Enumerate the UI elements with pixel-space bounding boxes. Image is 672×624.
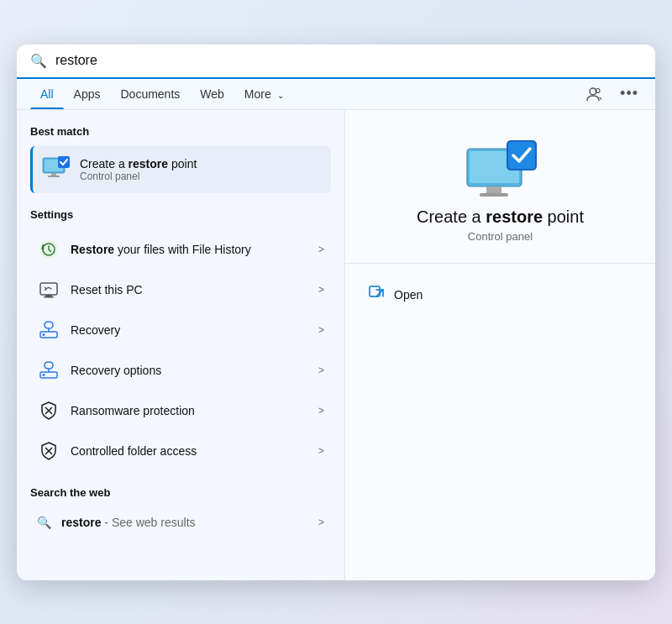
svg-point-18 xyxy=(43,374,45,376)
web-search-item[interactable]: 🔍 restore - See web results > xyxy=(30,507,331,537)
recovery-icon xyxy=(37,318,60,342)
more-options-button[interactable]: ••• xyxy=(617,81,642,106)
people-button[interactable] xyxy=(581,82,605,106)
nav-right-icons: ••• xyxy=(581,81,642,106)
best-match-section-title: Best match xyxy=(30,125,331,138)
tab-more[interactable]: More ⌄ xyxy=(234,79,294,109)
svg-rect-26 xyxy=(480,193,508,197)
recovery-options-label: Recovery options xyxy=(71,364,318,377)
left-panel: Best match Create xyxy=(17,110,344,580)
recovery-options-icon xyxy=(37,359,60,382)
svg-rect-4 xyxy=(51,173,56,176)
settings-item-folder-access[interactable]: Controlled folder access > xyxy=(30,431,331,471)
nav-tabs: All Apps Documents Web More ⌄ xyxy=(17,79,655,110)
result-large-icon xyxy=(463,140,538,207)
chevron-right-icon-3: > xyxy=(318,324,324,336)
svg-rect-14 xyxy=(44,296,54,298)
file-history-icon xyxy=(37,238,60,261)
best-match-icon xyxy=(41,155,71,185)
settings-item-recovery[interactable]: Recovery > xyxy=(30,310,331,350)
tab-all[interactable]: All xyxy=(30,79,64,109)
svg-point-16 xyxy=(43,333,45,336)
settings-section-title: Settings xyxy=(30,208,331,221)
tab-apps[interactable]: Apps xyxy=(64,79,111,109)
main-content: Best match Create xyxy=(17,110,655,580)
settings-item-file-history[interactable]: Restore your files with File History > xyxy=(30,229,331,270)
result-title: Create a restore point xyxy=(417,207,584,227)
tab-web[interactable]: Web xyxy=(190,79,234,109)
svg-rect-13 xyxy=(45,295,52,296)
right-panel: Create a restore point Control panel Ope… xyxy=(344,110,655,580)
recovery-label: Recovery xyxy=(71,323,318,337)
people-icon xyxy=(585,86,601,102)
chevron-right-icon-1: > xyxy=(318,244,324,255)
settings-item-reset-pc[interactable]: Reset this PC > xyxy=(30,270,331,310)
search-input[interactable] xyxy=(55,53,642,68)
dots-icon: ••• xyxy=(620,85,638,102)
svg-rect-5 xyxy=(48,176,60,177)
search-icon: 🔍 xyxy=(30,53,47,69)
search-bar: 🔍 xyxy=(17,45,655,79)
result-subtitle: Control panel xyxy=(468,230,533,243)
chevron-down-icon: ⌄ xyxy=(277,91,284,100)
settings-item-recovery-options[interactable]: Recovery options > xyxy=(30,350,331,391)
ransomware-icon xyxy=(37,399,60,422)
open-icon xyxy=(369,286,384,304)
folder-access-label: Controlled folder access xyxy=(71,444,318,458)
chevron-right-icon-6: > xyxy=(318,445,324,457)
svg-rect-25 xyxy=(486,186,501,193)
ransomware-label: Ransomware protection xyxy=(71,404,318,417)
create-restore-point-icon xyxy=(41,156,71,183)
action-open[interactable]: Open xyxy=(362,277,638,312)
web-search-icon: 🔍 xyxy=(37,516,51,529)
right-top-section: Create a restore point Control panel xyxy=(345,110,655,264)
tab-documents[interactable]: Documents xyxy=(110,79,190,109)
web-search-text: restore - See web results xyxy=(61,516,318,529)
settings-list: Restore your files with File History > xyxy=(30,229,331,471)
best-match-subtitle: Control panel xyxy=(80,170,197,182)
file-history-label: Restore your files with File History xyxy=(71,243,318,256)
web-search-section-title: Search the web xyxy=(30,486,331,499)
right-actions: Open xyxy=(345,264,655,326)
chevron-right-icon-4: > xyxy=(318,364,324,376)
best-match-title: Create a restore point xyxy=(80,157,197,170)
chevron-right-icon-web: > xyxy=(318,517,324,528)
reset-pc-label: Reset this PC xyxy=(71,283,318,296)
reset-pc-icon xyxy=(37,278,60,302)
folder-access-icon xyxy=(37,439,60,463)
best-match-item[interactable]: Create a restore point Control panel xyxy=(30,146,331,193)
svg-rect-12 xyxy=(40,283,57,295)
chevron-right-icon-5: > xyxy=(318,405,324,417)
settings-item-ransomware[interactable]: Ransomware protection > xyxy=(30,391,331,431)
search-panel: 🔍 All Apps Documents Web More ⌄ xyxy=(17,45,655,580)
chevron-right-icon-2: > xyxy=(318,284,324,296)
web-search-section: Search the web 🔍 restore - See web resul… xyxy=(30,486,331,537)
open-label: Open xyxy=(394,288,423,302)
best-match-text: Create a restore point Control panel xyxy=(80,157,197,182)
